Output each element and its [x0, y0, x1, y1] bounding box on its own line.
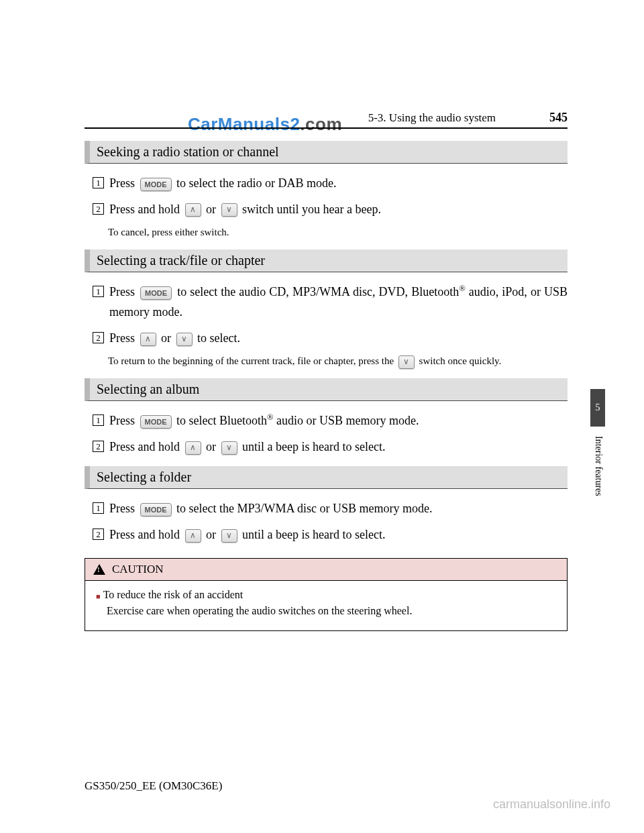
registered-mark: ® [459, 284, 466, 293]
step-text: Press and hold ∧ or ∨ switch until you h… [109, 199, 568, 220]
mode-button-icon: MODE [140, 503, 172, 516]
folder-step-1: 1 Press MODE to select the MP3/WMA disc … [93, 498, 568, 519]
caution-title: To reduce the risk of an accident [103, 589, 244, 600]
caution-box: CAUTION ■To reduce the risk of an accide… [85, 558, 568, 631]
down-button-icon: ∨ [398, 355, 415, 369]
step-number: 1 [93, 177, 104, 188]
page-content: 5-3. Using the audio system 545 Seeking … [85, 111, 568, 631]
bullet-icon: ■ [96, 592, 101, 600]
step-text: Press MODE to select Bluetooth® audio or… [109, 410, 568, 431]
down-button-icon: ∨ [221, 441, 237, 455]
caution-text: Exercise care when operating the audio s… [107, 605, 556, 617]
warning-icon [93, 564, 105, 575]
registered-mark: ® [267, 412, 274, 422]
folder-step-2: 2 Press and hold ∧ or ∨ until a beep is … [93, 524, 568, 545]
step-number: 2 [93, 332, 104, 343]
step-text: Press ∧ or ∨ to select. [109, 328, 568, 349]
step-text: Press and hold ∧ or ∨ until a beep is he… [109, 524, 568, 545]
section-heading-radio: Seeking a radio station or channel [85, 141, 568, 164]
up-button-icon: ∧ [185, 529, 201, 543]
step-text: Press MODE to select the MP3/WMA disc or… [109, 498, 568, 519]
album-step-2: 2 Press and hold ∧ or ∨ until a beep is … [93, 437, 568, 457]
up-button-icon: ∧ [185, 441, 201, 455]
step-number: 1 [93, 286, 104, 297]
down-button-icon: ∨ [221, 529, 237, 543]
section-heading-album: Selecting an album [85, 378, 568, 401]
page-header: 5-3. Using the audio system 545 [85, 111, 568, 129]
down-button-icon: ∨ [176, 333, 193, 346]
up-button-icon: ∧ [185, 203, 201, 217]
mode-button-icon: MODE [140, 415, 172, 429]
step-number: 2 [93, 529, 104, 540]
radio-step-1: 1 Press MODE to select the radio or DAB … [93, 173, 568, 194]
track-step-2: 2 Press ∧ or ∨ to select. [93, 328, 568, 349]
step-text: Press MODE to select the radio or DAB mo… [109, 173, 568, 194]
section-heading-folder: Selecting a folder [85, 466, 568, 489]
mode-button-icon: MODE [140, 286, 172, 300]
step-number: 1 [93, 414, 104, 426]
footer-document-id: GS350/250_EE (OM30C36E) [85, 779, 222, 793]
step-text: Press and hold ∧ or ∨ until a beep is he… [109, 437, 568, 457]
chapter-label: Interior features [593, 436, 604, 496]
step-number: 1 [93, 502, 104, 514]
step-number: 2 [93, 441, 104, 452]
header-page-number: 545 [549, 111, 568, 125]
caution-body: ■To reduce the risk of an accident Exerc… [85, 581, 567, 630]
caution-label: CAUTION [112, 563, 164, 576]
footer-url: carmanualsonline.info [493, 797, 610, 812]
album-step-1: 1 Press MODE to select Bluetooth® audio … [93, 410, 568, 431]
step-text: Press MODE to select the audio CD, MP3/W… [109, 282, 568, 323]
radio-step-2: 2 Press and hold ∧ or ∨ switch until you… [93, 199, 568, 220]
caution-header: CAUTION [85, 559, 567, 581]
mode-button-icon: MODE [140, 178, 172, 191]
radio-substep: To cancel, press either switch. [108, 225, 568, 240]
chapter-tab: 5 [590, 389, 605, 427]
track-step-1: 1 Press MODE to select the audio CD, MP3… [93, 282, 568, 323]
track-substep: To return to the beginning of the curren… [108, 353, 568, 369]
section-heading-track: Selecting a track/file or chapter [85, 249, 568, 272]
header-section: 5-3. Using the audio system [368, 111, 496, 125]
up-button-icon: ∧ [140, 333, 156, 346]
step-number: 2 [93, 203, 104, 215]
down-button-icon: ∨ [221, 203, 237, 217]
